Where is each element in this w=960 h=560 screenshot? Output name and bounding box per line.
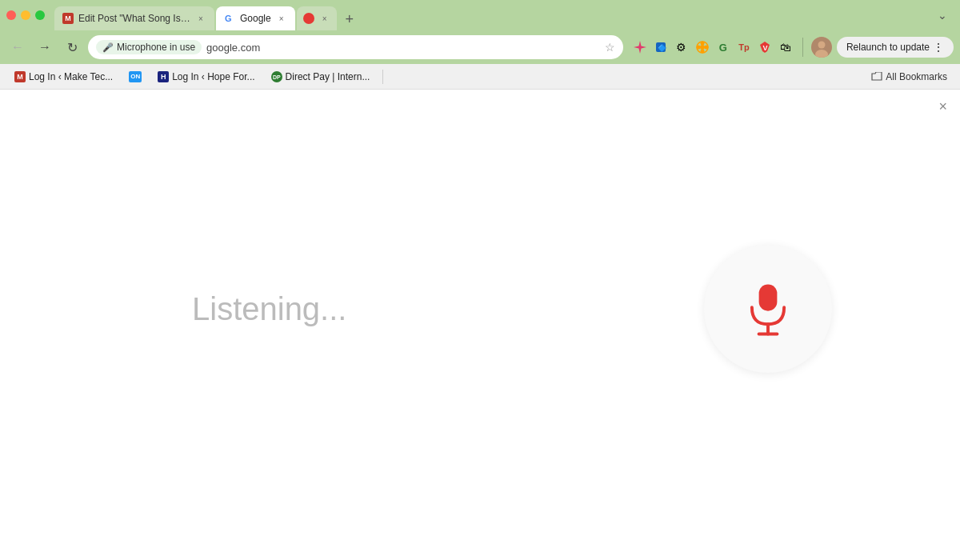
svg-text:V: V — [762, 44, 767, 52]
address-bar[interactable]: 🎤 Microphone in use google.com ☆ — [88, 35, 623, 59]
relaunch-update-button[interactable]: Relaunch to update ⋮ — [837, 37, 954, 58]
maximize-window-button[interactable] — [35, 10, 45, 20]
svg-point-5 — [700, 50, 704, 54]
bookmark-star-button[interactable]: ☆ — [605, 41, 615, 54]
minimize-window-button[interactable] — [21, 10, 30, 20]
bookmark-label-4: Direct Pay | Intern... — [286, 71, 370, 82]
all-bookmarks-button[interactable]: All Bookmarks — [866, 70, 952, 84]
traffic-lights — [6, 10, 45, 20]
all-bookmarks-label: All Bookmarks — [886, 71, 947, 82]
bookmark-label-3: Log In ‹ Hope For... — [172, 71, 254, 82]
voice-search-close-button[interactable]: × — [938, 99, 947, 114]
ext-sparkle-icon[interactable] — [631, 38, 649, 56]
listening-text: Listening... — [192, 291, 346, 327]
tab-recording[interactable]: × — [297, 6, 337, 30]
tab-close-2[interactable]: × — [276, 13, 287, 24]
tab-bar: M Edit Post "What Song Is This... × G Go… — [54, 0, 922, 30]
forward-button[interactable]: → — [34, 36, 56, 58]
ext-blue-diamond-icon[interactable]: 🔷 — [652, 38, 670, 56]
svg-rect-15 — [759, 284, 778, 310]
nav-bar: ← → ↻ 🎤 Microphone in use google.com ☆ 🔷 — [0, 30, 960, 64]
profile-button[interactable] — [811, 37, 832, 58]
bookmark-fav-4: DP — [271, 71, 282, 82]
bookmark-maketech[interactable]: M Log In ‹ Make Tec... — [8, 70, 119, 84]
bookmark-on[interactable]: ON — [122, 70, 148, 84]
tab-close-recording[interactable]: × — [319, 13, 330, 24]
bookmark-hopefore[interactable]: H Log In ‹ Hope For... — [151, 70, 261, 84]
mic-badge-icon: 🎤 — [102, 42, 114, 53]
close-window-button[interactable] — [6, 10, 16, 20]
relaunch-label: Relaunch to update — [846, 42, 930, 53]
tab-edit-post[interactable]: M Edit Post "What Song Is This... × — [54, 6, 214, 30]
bookmark-fav-2: ON — [129, 71, 142, 82]
bookmark-fav-3: H — [158, 71, 169, 82]
page-content: × Listening... — [0, 90, 960, 560]
mic-in-use-label: Microphone in use — [117, 42, 195, 53]
title-bar: M Edit Post "What Song Is This... × G Go… — [0, 0, 960, 30]
microphone-icon — [740, 281, 796, 337]
tab-title-1: Edit Post "What Song Is This... — [78, 13, 190, 24]
relaunch-menu-icon: ⋮ — [933, 41, 944, 54]
reload-button[interactable]: ↻ — [61, 36, 83, 58]
toolbar-divider — [802, 38, 803, 57]
ext-vivaldi-icon[interactable]: V — [756, 38, 774, 56]
ext-tp-icon[interactable]: Tp — [735, 38, 753, 56]
back-icon: ← — [11, 40, 24, 54]
mic-in-use-badge[interactable]: 🎤 Microphone in use — [96, 40, 202, 54]
new-tab-button[interactable]: + — [338, 8, 361, 30]
tab-favicon-maktech: M — [62, 13, 74, 24]
microphone-circle[interactable] — [704, 245, 832, 373]
svg-text:🔷: 🔷 — [658, 43, 667, 53]
forward-icon: → — [38, 40, 51, 54]
tab-google[interactable]: G Google × — [216, 6, 295, 30]
svg-point-7 — [704, 46, 708, 50]
bookmark-label-1: Log In ‹ Make Tec... — [29, 71, 113, 82]
ext-gear-icon[interactable]: ⚙ — [673, 38, 690, 56]
svg-point-8 — [700, 45, 705, 50]
svg-point-6 — [696, 46, 700, 50]
tab-favicon-google: G — [224, 13, 235, 24]
bookmark-directpay[interactable]: DP Direct Pay | Intern... — [265, 70, 377, 84]
ext-orange-icon[interactable] — [694, 38, 711, 56]
recording-indicator — [303, 13, 314, 24]
svg-point-11 — [818, 42, 825, 49]
svg-text:G: G — [225, 14, 232, 23]
tab-close-1[interactable]: × — [195, 13, 206, 24]
svg-text:DP: DP — [273, 74, 281, 80]
bookmarks-divider — [382, 70, 383, 84]
back-button[interactable]: ← — [6, 36, 29, 58]
tab-title-2: Google — [240, 13, 271, 24]
ext-green-g-icon[interactable]: G — [714, 38, 732, 56]
svg-point-4 — [700, 42, 704, 46]
extensions-toolbar: 🔷 ⚙ G Tp V 🛍 — [631, 38, 794, 56]
bookmark-fav-1: M — [14, 71, 26, 82]
url-display: google.com — [206, 42, 260, 54]
ext-shopping-icon[interactable]: 🛍 — [777, 38, 794, 56]
tab-overflow-button[interactable]: ⌄ — [931, 4, 954, 26]
reload-icon: ↻ — [67, 40, 78, 55]
bookmarks-bar: M Log In ‹ Make Tec... ON H Log In ‹ Hop… — [0, 64, 960, 90]
folder-icon — [871, 72, 882, 82]
